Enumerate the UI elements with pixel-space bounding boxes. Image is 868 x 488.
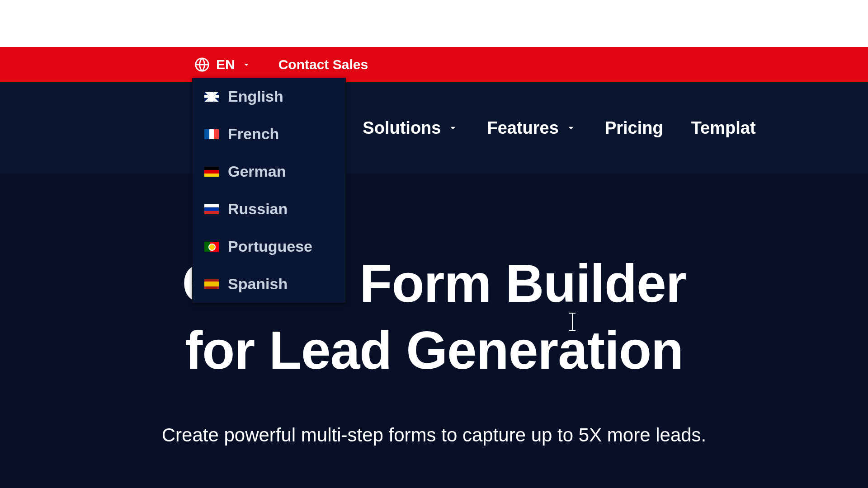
browser-chrome-gap: [0, 0, 868, 47]
lang-option-label: Portuguese: [228, 238, 312, 255]
flag-fr-icon: [204, 129, 219, 139]
flag-es-icon: [204, 279, 219, 289]
flag-pt-icon: [204, 242, 219, 252]
lang-option-spanish[interactable]: Spanish: [193, 265, 345, 303]
language-dropdown: English French German Russian Portuguese…: [192, 78, 346, 303]
hero-section: Online Form Builder for Lead Generation …: [0, 174, 868, 488]
nav-item-label: Solutions: [363, 118, 441, 138]
lang-option-label: Russian: [228, 200, 288, 218]
lang-option-label: German: [228, 163, 286, 180]
hero-subhead: Create powerful multi-step forms to capt…: [0, 424, 868, 446]
nav-item-label: Pricing: [605, 118, 663, 138]
nav-item-solutions[interactable]: Solutions: [363, 118, 459, 138]
language-label: EN: [216, 57, 235, 72]
flag-gb-icon: [204, 92, 219, 102]
nav-item-features[interactable]: Features: [487, 118, 576, 138]
contact-sales-link[interactable]: Contact Sales: [278, 57, 368, 72]
nav-links: Solutions Features Pricing Templat: [363, 118, 755, 138]
flag-ru-icon: [204, 204, 219, 214]
lang-option-german[interactable]: German: [193, 153, 345, 190]
chevron-down-icon: [565, 122, 577, 134]
lang-option-portuguese[interactable]: Portuguese: [193, 228, 345, 265]
nav-item-pricing[interactable]: Pricing: [605, 118, 663, 138]
lang-option-english[interactable]: English: [193, 78, 345, 115]
lang-option-label: English: [228, 88, 283, 105]
lang-option-russian[interactable]: Russian: [193, 190, 345, 228]
lang-option-french[interactable]: French: [193, 115, 345, 153]
hero-line-2: for Lead Generation: [185, 320, 683, 380]
nav-item-label: Templat: [691, 118, 756, 138]
nav-item-label: Features: [487, 118, 558, 138]
globe-icon: [194, 57, 210, 72]
utility-bar: EN Contact Sales: [0, 47, 868, 82]
hero-headline: Online Form Builder for Lead Generation: [0, 250, 868, 384]
language-selector[interactable]: EN: [194, 57, 251, 72]
flag-de-icon: [204, 167, 219, 177]
text-caret-icon: [572, 313, 573, 331]
nav-item-templates[interactable]: Templat: [691, 118, 756, 138]
chevron-down-icon: [447, 122, 459, 134]
lang-option-label: French: [228, 125, 279, 143]
lang-option-label: Spanish: [228, 275, 288, 293]
chevron-down-icon: [241, 60, 251, 70]
main-navbar: en Solutions Features Pricing Templat: [0, 82, 868, 174]
